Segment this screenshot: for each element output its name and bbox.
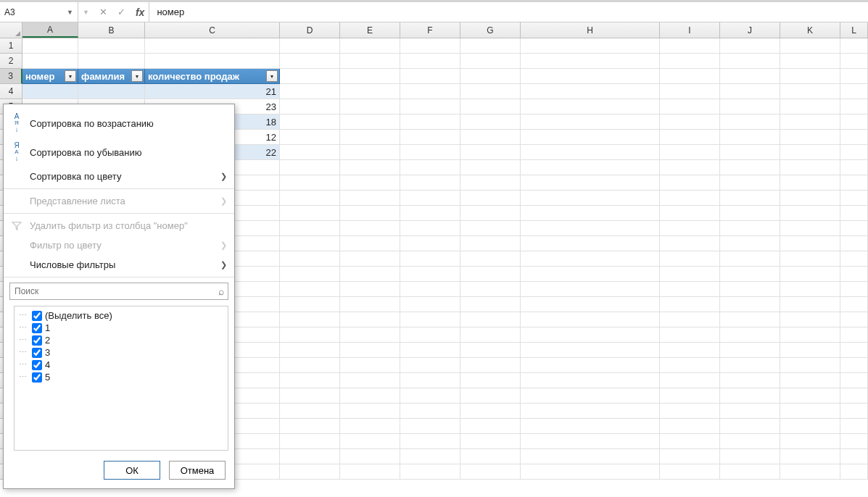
column-header-j[interactable]: J [720, 22, 780, 38]
cell[interactable] [400, 175, 460, 191]
cell[interactable] [660, 114, 720, 130]
cell[interactable] [720, 434, 780, 449]
cell[interactable] [340, 297, 400, 312]
cell[interactable] [78, 84, 145, 99]
cell[interactable] [720, 99, 780, 114]
cell[interactable] [780, 38, 840, 54]
cell[interactable] [400, 282, 460, 297]
cell[interactable] [460, 54, 521, 69]
cell[interactable] [720, 297, 780, 312]
cell[interactable] [780, 343, 840, 358]
cell[interactable] [280, 236, 340, 251]
cell[interactable] [460, 114, 521, 130]
cell[interactable] [720, 282, 780, 297]
cancel-icon[interactable]: ✕ [99, 7, 107, 17]
cell[interactable] [280, 54, 340, 69]
cell[interactable] [720, 130, 780, 145]
filter-option[interactable]: ⋯5 [17, 371, 225, 383]
cell[interactable] [780, 282, 840, 297]
cell[interactable] [460, 404, 521, 419]
cell[interactable] [460, 282, 521, 297]
cell[interactable] [780, 373, 840, 388]
cell[interactable] [460, 145, 521, 160]
cell[interactable] [400, 84, 460, 99]
cell[interactable] [780, 160, 840, 175]
cell[interactable] [460, 373, 521, 388]
cell[interactable] [400, 236, 460, 251]
ok-button[interactable]: ОК [104, 461, 160, 480]
cell[interactable] [660, 206, 720, 221]
cell[interactable] [840, 206, 868, 221]
cell[interactable] [400, 388, 460, 404]
cell[interactable] [720, 388, 780, 404]
cell[interactable] [400, 267, 460, 282]
cell[interactable] [840, 236, 868, 251]
column-header-e[interactable]: E [340, 22, 400, 38]
filter-option-checkbox[interactable] [32, 323, 42, 333]
cell[interactable] [280, 404, 340, 419]
cell[interactable] [400, 358, 460, 373]
filter-option-checkbox[interactable] [32, 335, 42, 346]
cell[interactable] [460, 343, 521, 358]
cell[interactable] [340, 114, 400, 130]
cell[interactable] [720, 267, 780, 282]
cell[interactable] [840, 358, 868, 373]
cell[interactable] [660, 312, 720, 327]
cell[interactable] [460, 434, 521, 449]
cell[interactable] [340, 343, 400, 358]
cell[interactable] [78, 38, 145, 54]
number-filters[interactable]: Числовые фильтры ❯ [4, 255, 234, 275]
cell[interactable] [840, 251, 868, 267]
column-header-g[interactable]: G [460, 22, 521, 38]
cell[interactable] [720, 312, 780, 327]
cell[interactable] [400, 160, 460, 175]
cell[interactable] [660, 99, 720, 114]
cell[interactable] [521, 388, 660, 404]
filter-dropdown-button[interactable] [65, 70, 76, 82]
cell[interactable] [660, 373, 720, 388]
cell[interactable] [340, 419, 400, 434]
cell[interactable] [280, 145, 340, 160]
cell[interactable] [720, 191, 780, 206]
cell[interactable] [460, 327, 521, 343]
cell[interactable] [400, 251, 460, 267]
cell[interactable] [660, 327, 720, 343]
row-header-2[interactable]: 2 [0, 54, 22, 69]
cell[interactable] [340, 388, 400, 404]
cell[interactable] [280, 69, 340, 84]
cell[interactable] [340, 54, 400, 69]
cell[interactable] [660, 419, 720, 434]
cell[interactable] [720, 343, 780, 358]
cell[interactable] [400, 343, 460, 358]
cell[interactable] [840, 404, 868, 419]
cell[interactable] [720, 69, 780, 84]
cell[interactable] [521, 69, 660, 84]
cell[interactable] [780, 251, 840, 267]
cell[interactable] [280, 221, 340, 236]
cell[interactable] [521, 206, 660, 221]
cell[interactable] [660, 282, 720, 297]
cell[interactable] [400, 434, 460, 449]
cell[interactable] [720, 175, 780, 191]
cell[interactable] [280, 419, 340, 434]
cell[interactable] [340, 327, 400, 343]
cell[interactable] [720, 419, 780, 434]
cell[interactable] [340, 449, 400, 464]
cell[interactable] [280, 343, 340, 358]
cell[interactable] [460, 38, 521, 54]
cell[interactable] [521, 358, 660, 373]
cell[interactable] [840, 297, 868, 312]
cell[interactable] [660, 464, 720, 480]
cell[interactable] [521, 327, 660, 343]
cell[interactable] [340, 251, 400, 267]
cell[interactable] [840, 38, 868, 54]
cell[interactable] [521, 404, 660, 419]
cell[interactable] [720, 38, 780, 54]
cell[interactable] [521, 38, 660, 54]
cell[interactable] [460, 236, 521, 251]
filter-option-checkbox[interactable] [32, 360, 42, 370]
cell[interactable] [460, 312, 521, 327]
cell[interactable] [340, 206, 400, 221]
cell[interactable] [460, 251, 521, 267]
cell[interactable] [660, 221, 720, 236]
